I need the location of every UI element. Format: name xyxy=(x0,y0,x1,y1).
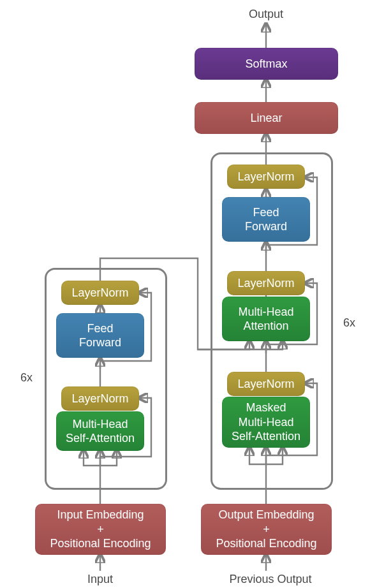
decoder-layernorm-mid: LayerNorm xyxy=(227,271,305,295)
linear-block: Linear xyxy=(195,102,338,134)
decoder-masked-self-attention: Masked Multi-Head Self-Attention xyxy=(222,397,310,448)
encoder-layernorm-top: LayerNorm xyxy=(61,281,139,305)
encoder-repeat-label: 6x xyxy=(20,371,33,385)
encoder-layernorm-bottom: LayerNorm xyxy=(61,386,139,411)
encoder-feed-forward: Feed Forward xyxy=(56,313,144,358)
output-label: Output xyxy=(248,8,285,21)
softmax-block: Softmax xyxy=(195,48,338,80)
decoder-feed-forward: Feed Forward xyxy=(222,197,310,242)
decoder-repeat-label: 6x xyxy=(343,316,355,330)
decoder-cross-attention: Multi-Head Attention xyxy=(222,297,310,341)
input-embedding-block: Input Embedding + Positional Encoding xyxy=(35,504,166,555)
previous-output-label: Previous Output xyxy=(229,573,312,586)
output-embedding-block: Output Embedding + Positional Encoding xyxy=(201,504,332,555)
decoder-layernorm-bottom: LayerNorm xyxy=(227,372,305,396)
input-label: Input xyxy=(87,573,114,586)
decoder-layernorm-top: LayerNorm xyxy=(227,165,305,189)
encoder-self-attention: Multi-Head Self-Attention xyxy=(56,411,144,451)
